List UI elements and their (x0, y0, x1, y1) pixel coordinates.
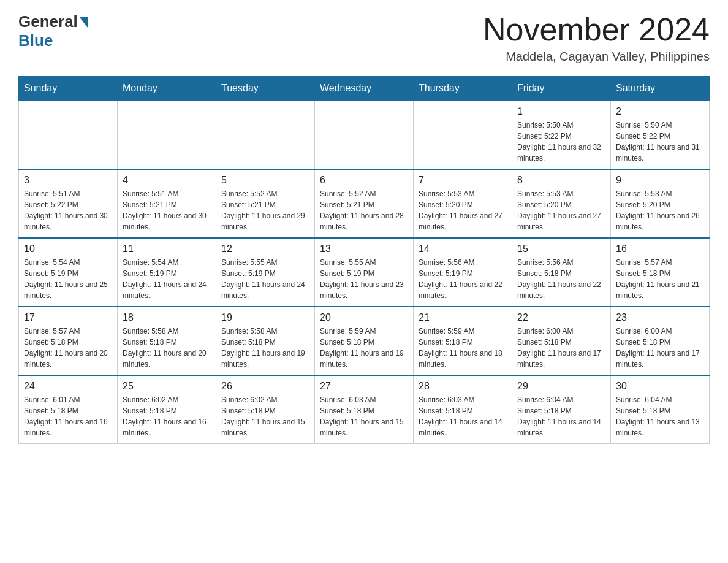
day-number: 17 (24, 312, 112, 323)
calendar-cell: 16Sunrise: 5:57 AMSunset: 5:18 PMDayligh… (611, 238, 710, 307)
day-sun-info: Sunrise: 6:02 AMSunset: 5:18 PMDaylight:… (123, 394, 211, 439)
week-row-3: 10Sunrise: 5:54 AMSunset: 5:19 PMDayligh… (19, 238, 710, 307)
calendar-cell: 7Sunrise: 5:53 AMSunset: 5:20 PMDaylight… (414, 169, 512, 238)
day-number: 6 (320, 175, 408, 186)
weekday-header-thursday: Thursday (414, 77, 512, 101)
logo-triangle-icon (79, 17, 88, 28)
day-sun-info: Sunrise: 5:58 AMSunset: 5:18 PMDaylight:… (221, 326, 309, 370)
page-header: General Blue November 2024 Maddela, Caga… (18, 12, 710, 64)
day-number: 4 (123, 175, 211, 186)
logo-blue-text: Blue (18, 31, 53, 50)
day-number: 5 (221, 175, 309, 186)
day-number: 21 (419, 312, 507, 323)
weekday-header-wednesday: Wednesday (315, 77, 414, 101)
day-sun-info: Sunrise: 6:02 AMSunset: 5:18 PMDaylight:… (221, 394, 309, 439)
calendar-cell (118, 101, 216, 169)
calendar-cell: 11Sunrise: 5:54 AMSunset: 5:19 PMDayligh… (118, 238, 216, 307)
calendar-cell: 4Sunrise: 5:51 AMSunset: 5:21 PMDaylight… (118, 169, 216, 238)
day-sun-info: Sunrise: 6:04 AMSunset: 5:18 PMDaylight:… (517, 394, 605, 439)
day-number: 28 (419, 381, 507, 392)
day-sun-info: Sunrise: 5:53 AMSunset: 5:20 PMDaylight:… (616, 188, 704, 232)
day-number: 24 (24, 381, 112, 392)
day-number: 22 (517, 312, 605, 323)
day-number: 14 (419, 243, 507, 255)
day-sun-info: Sunrise: 5:59 AMSunset: 5:18 PMDaylight:… (320, 326, 408, 370)
day-number: 25 (123, 381, 211, 392)
calendar-cell: 23Sunrise: 6:00 AMSunset: 5:18 PMDayligh… (611, 307, 710, 375)
weekday-header-row: SundayMondayTuesdayWednesdayThursdayFrid… (19, 77, 710, 101)
calendar-cell: 25Sunrise: 6:02 AMSunset: 5:18 PMDayligh… (118, 375, 216, 444)
calendar-cell: 22Sunrise: 6:00 AMSunset: 5:18 PMDayligh… (512, 307, 611, 375)
day-sun-info: Sunrise: 5:50 AMSunset: 5:22 PMDaylight:… (517, 120, 605, 164)
week-row-5: 24Sunrise: 6:01 AMSunset: 5:18 PMDayligh… (19, 375, 710, 444)
logo: General Blue (18, 12, 89, 50)
day-number: 19 (221, 312, 309, 323)
day-number: 2 (616, 106, 704, 117)
calendar-cell: 27Sunrise: 6:03 AMSunset: 5:18 PMDayligh… (315, 375, 414, 444)
calendar-cell: 17Sunrise: 5:57 AMSunset: 5:18 PMDayligh… (19, 307, 118, 375)
day-number: 10 (24, 243, 112, 255)
week-row-2: 3Sunrise: 5:51 AMSunset: 5:22 PMDaylight… (19, 169, 710, 238)
day-sun-info: Sunrise: 5:52 AMSunset: 5:21 PMDaylight:… (221, 188, 309, 232)
day-number: 30 (616, 381, 704, 392)
day-sun-info: Sunrise: 5:53 AMSunset: 5:20 PMDaylight:… (419, 188, 507, 232)
day-sun-info: Sunrise: 6:03 AMSunset: 5:18 PMDaylight:… (320, 394, 408, 439)
day-number: 12 (221, 243, 309, 255)
week-row-1: 1Sunrise: 5:50 AMSunset: 5:22 PMDaylight… (19, 101, 710, 169)
day-number: 13 (320, 243, 408, 255)
calendar-cell: 29Sunrise: 6:04 AMSunset: 5:18 PMDayligh… (512, 375, 611, 444)
day-number: 8 (517, 175, 605, 186)
calendar-cell: 24Sunrise: 6:01 AMSunset: 5:18 PMDayligh… (19, 375, 118, 444)
day-sun-info: Sunrise: 5:50 AMSunset: 5:22 PMDaylight:… (616, 120, 704, 164)
day-sun-info: Sunrise: 6:00 AMSunset: 5:18 PMDaylight:… (616, 326, 704, 370)
calendar-cell: 20Sunrise: 5:59 AMSunset: 5:18 PMDayligh… (315, 307, 414, 375)
calendar-cell: 26Sunrise: 6:02 AMSunset: 5:18 PMDayligh… (216, 375, 315, 444)
title-section: November 2024 Maddela, Cagayan Valley, P… (483, 12, 710, 64)
calendar-cell (19, 101, 118, 169)
day-sun-info: Sunrise: 5:56 AMSunset: 5:19 PMDaylight:… (419, 257, 507, 301)
calendar-cell: 6Sunrise: 5:52 AMSunset: 5:21 PMDaylight… (315, 169, 414, 238)
calendar-cell (216, 101, 315, 169)
day-sun-info: Sunrise: 6:01 AMSunset: 5:18 PMDaylight:… (24, 394, 112, 439)
weekday-header-saturday: Saturday (611, 77, 710, 101)
calendar-cell: 9Sunrise: 5:53 AMSunset: 5:20 PMDaylight… (611, 169, 710, 238)
day-number: 7 (419, 175, 507, 186)
calendar-cell: 13Sunrise: 5:55 AMSunset: 5:19 PMDayligh… (315, 238, 414, 307)
day-sun-info: Sunrise: 6:00 AMSunset: 5:18 PMDaylight:… (517, 326, 605, 370)
day-number: 29 (517, 381, 605, 392)
day-sun-info: Sunrise: 5:53 AMSunset: 5:20 PMDaylight:… (517, 188, 605, 232)
day-sun-info: Sunrise: 5:51 AMSunset: 5:21 PMDaylight:… (123, 188, 211, 232)
day-sun-info: Sunrise: 5:56 AMSunset: 5:18 PMDaylight:… (517, 257, 605, 301)
day-sun-info: Sunrise: 5:52 AMSunset: 5:21 PMDaylight:… (320, 188, 408, 232)
day-sun-info: Sunrise: 6:03 AMSunset: 5:18 PMDaylight:… (419, 394, 507, 439)
day-number: 18 (123, 312, 211, 323)
day-sun-info: Sunrise: 5:54 AMSunset: 5:19 PMDaylight:… (24, 257, 112, 301)
calendar-cell: 21Sunrise: 5:59 AMSunset: 5:18 PMDayligh… (414, 307, 512, 375)
day-number: 15 (517, 243, 605, 255)
day-sun-info: Sunrise: 5:54 AMSunset: 5:19 PMDaylight:… (123, 257, 211, 301)
weekday-header-sunday: Sunday (19, 77, 118, 101)
calendar-cell: 1Sunrise: 5:50 AMSunset: 5:22 PMDaylight… (512, 101, 611, 169)
calendar-cell: 12Sunrise: 5:55 AMSunset: 5:19 PMDayligh… (216, 238, 315, 307)
location-subtitle: Maddela, Cagayan Valley, Philippines (483, 50, 710, 64)
calendar-cell: 28Sunrise: 6:03 AMSunset: 5:18 PMDayligh… (414, 375, 512, 444)
calendar-cell: 2Sunrise: 5:50 AMSunset: 5:22 PMDaylight… (611, 101, 710, 169)
calendar-cell: 15Sunrise: 5:56 AMSunset: 5:18 PMDayligh… (512, 238, 611, 307)
day-sun-info: Sunrise: 5:55 AMSunset: 5:19 PMDaylight:… (221, 257, 309, 301)
day-number: 23 (616, 312, 704, 323)
day-number: 11 (123, 243, 211, 255)
calendar-cell: 18Sunrise: 5:58 AMSunset: 5:18 PMDayligh… (118, 307, 216, 375)
calendar-cell: 8Sunrise: 5:53 AMSunset: 5:20 PMDaylight… (512, 169, 611, 238)
day-number: 27 (320, 381, 408, 392)
day-number: 16 (616, 243, 704, 255)
day-number: 3 (24, 175, 112, 186)
day-sun-info: Sunrise: 5:57 AMSunset: 5:18 PMDaylight:… (24, 326, 112, 370)
day-sun-info: Sunrise: 5:55 AMSunset: 5:19 PMDaylight:… (320, 257, 408, 301)
calendar-cell: 30Sunrise: 6:04 AMSunset: 5:18 PMDayligh… (611, 375, 710, 444)
day-sun-info: Sunrise: 5:51 AMSunset: 5:22 PMDaylight:… (24, 188, 112, 232)
calendar-cell: 3Sunrise: 5:51 AMSunset: 5:22 PMDaylight… (19, 169, 118, 238)
week-row-4: 17Sunrise: 5:57 AMSunset: 5:18 PMDayligh… (19, 307, 710, 375)
calendar-cell: 10Sunrise: 5:54 AMSunset: 5:19 PMDayligh… (19, 238, 118, 307)
day-number: 26 (221, 381, 309, 392)
calendar-cell (315, 101, 414, 169)
